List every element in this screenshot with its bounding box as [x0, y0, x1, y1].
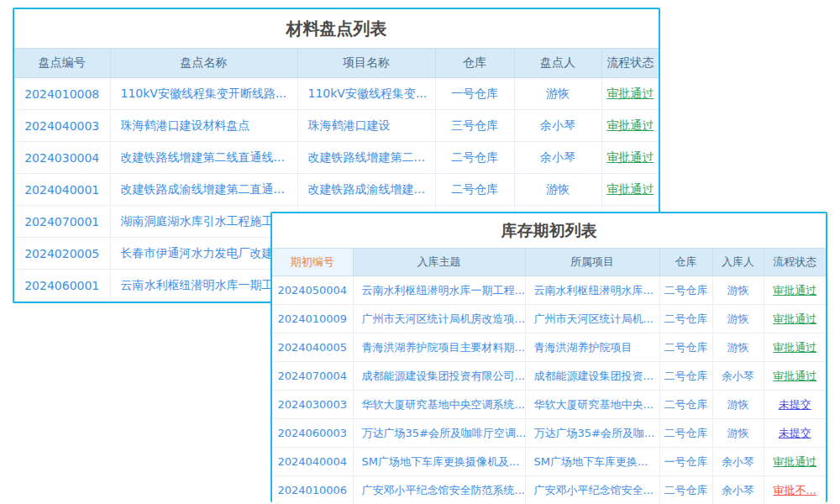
- id-cell[interactable]: 2024030004: [14, 142, 110, 174]
- table-row[interactable]: 2024030004改建铁路线增建第二线直通线...改建铁路线增建第二...二号…: [14, 142, 659, 174]
- status-cell[interactable]: 审批通过: [601, 110, 659, 142]
- table-row[interactable]: 2024010008110kV安徽线程集变开断线路...110kV安徽线程集变.…: [14, 78, 659, 110]
- initial-stock-table-head: 期初编号入库主题所属项目仓库入库人流程状态: [272, 249, 826, 276]
- status-cell[interactable]: 审批通过: [601, 174, 659, 206]
- name-cell: 华软大厦研究基地中央空调系统...: [353, 391, 525, 419]
- material-inventory-table-head: 盘点编号盘点名称项目名称仓库盘点人流程状态: [14, 49, 659, 78]
- warehouse-cell: 二号仓库: [659, 305, 712, 333]
- id-cell[interactable]: 2024070001: [14, 206, 110, 238]
- name-cell: 广安邓小平纪念馆安全防范系统...: [353, 476, 525, 504]
- column-header-1[interactable]: 入库主题: [353, 249, 525, 276]
- status-cell[interactable]: 审批通过: [601, 142, 659, 174]
- name-cell: 改建铁路成渝线增建第二直通...: [110, 174, 297, 206]
- warehouse-cell: 一号仓库: [435, 78, 514, 110]
- id-cell[interactable]: 2024040004: [272, 448, 353, 476]
- column-header-4[interactable]: 入库人: [712, 249, 764, 276]
- initial-stock-table: 期初编号入库主题所属项目仓库入库人流程状态 2024050004云南水利枢纽潜明…: [272, 248, 826, 504]
- status-cell[interactable]: 未提交: [764, 391, 826, 419]
- id-cell[interactable]: 2024010009: [272, 305, 353, 333]
- warehouse-cell: 二号仓库: [659, 333, 712, 362]
- person-cell: 余小琴: [712, 448, 764, 476]
- id-cell[interactable]: 2024060001: [14, 270, 110, 302]
- person-cell: 游恢: [514, 78, 601, 110]
- warehouse-cell: 二号仓库: [435, 142, 514, 174]
- id-cell[interactable]: 2024050004: [272, 276, 353, 305]
- table-row[interactable]: 2024030003华软大厦研究基地中央空调系统...华软大厦研究基地中央...…: [272, 391, 826, 419]
- project-cell: 华软大厦研究基地中央...: [525, 391, 659, 419]
- name-cell: 万达广场35#会所及咖啡厅空调...: [353, 419, 525, 448]
- project-cell: 成都能源建设集团投资...: [525, 362, 659, 391]
- person-cell: 游恢: [514, 174, 601, 206]
- name-cell: 青海洪湖养护院项目主要材料期...: [353, 333, 525, 362]
- status-cell[interactable]: 审批通过: [764, 333, 826, 362]
- column-header-0[interactable]: 盘点编号: [14, 49, 110, 78]
- table-row[interactable]: 2024050004云南水利枢纽潜明水库一期工程...云南水利枢纽潜明水库...…: [272, 276, 826, 305]
- person-cell: 余小琴: [712, 476, 764, 504]
- id-cell[interactable]: 2024040005: [272, 333, 353, 362]
- header-row: 期初编号入库主题所属项目仓库入库人流程状态: [272, 249, 826, 276]
- table-row[interactable]: 2024040004SM广场地下车库更换摄像机及...SM广场地下车库更换...…: [272, 448, 826, 476]
- id-cell[interactable]: 2024010006: [272, 476, 353, 504]
- person-cell: 游恢: [712, 333, 764, 362]
- initial-stock-window: 库存期初列表 期初编号入库主题所属项目仓库入库人流程状态 2024050004云…: [270, 212, 827, 502]
- person-cell: 游恢: [712, 276, 764, 305]
- project-cell: 珠海鹤港口建设: [297, 110, 435, 142]
- project-cell: 万达广场35#会所及咖...: [525, 419, 659, 448]
- column-header-3[interactable]: 仓库: [435, 49, 514, 78]
- project-cell: 改建铁路成渝线增建...: [297, 174, 435, 206]
- initial-stock-title: 库存期初列表: [272, 213, 826, 248]
- name-cell: 湖南洞庭湖水库引水工程施工...: [110, 206, 297, 238]
- person-cell: 余小琴: [514, 142, 601, 174]
- name-cell: 广州市天河区统计局机房改造项...: [353, 305, 525, 333]
- person-cell: 余小琴: [514, 110, 601, 142]
- status-cell[interactable]: 未提交: [764, 419, 826, 448]
- id-cell[interactable]: 2024010008: [14, 78, 110, 110]
- column-header-2[interactable]: 项目名称: [297, 49, 435, 78]
- warehouse-cell: 一号仓库: [659, 448, 712, 476]
- table-row[interactable]: 2024010009广州市天河区统计局机房改造项...广州市天河区统计局机...…: [272, 305, 826, 333]
- name-cell: 改建铁路线增建第二线直通线...: [110, 142, 297, 174]
- status-cell[interactable]: 审批通过: [764, 305, 826, 333]
- name-cell: 珠海鹤港口建设材料盘点: [110, 110, 297, 142]
- status-cell[interactable]: 审批通过: [601, 78, 659, 110]
- warehouse-cell: 二号仓库: [659, 391, 712, 419]
- column-header-5[interactable]: 流程状态: [764, 249, 826, 276]
- table-row[interactable]: 2024040001改建铁路成渝线增建第二直通...改建铁路成渝线增建...二号…: [14, 174, 659, 206]
- column-header-2[interactable]: 所属项目: [525, 249, 659, 276]
- name-cell: 长春市伊通河水力发电厂改建...: [110, 238, 297, 270]
- person-cell: 余小琴: [712, 362, 764, 391]
- table-row[interactable]: 2024040003珠海鹤港口建设材料盘点珠海鹤港口建设三号仓库余小琴审批通过: [14, 110, 659, 142]
- warehouse-cell: 二号仓库: [659, 476, 712, 504]
- column-header-1[interactable]: 盘点名称: [110, 49, 297, 78]
- project-cell: 云南水利枢纽潜明水库...: [525, 276, 659, 305]
- status-cell[interactable]: 审批通过: [764, 276, 826, 305]
- id-cell[interactable]: 2024030003: [272, 391, 353, 419]
- column-header-4[interactable]: 盘点人: [514, 49, 601, 78]
- column-header-5[interactable]: 流程状态: [601, 49, 659, 78]
- name-cell: SM广场地下车库更换摄像机及...: [353, 448, 525, 476]
- status-cell[interactable]: 审批不...: [764, 476, 826, 504]
- id-cell[interactable]: 2024040001: [14, 174, 110, 206]
- person-cell: 游恢: [712, 391, 764, 419]
- project-cell: 110kV安徽线程集变...: [297, 78, 435, 110]
- column-header-3[interactable]: 仓库: [659, 249, 712, 276]
- table-row[interactable]: 2024070004成都能源建设集团投资有限公司...成都能源建设集团投资...…: [272, 362, 826, 391]
- project-cell: 广州市天河区统计局机...: [525, 305, 659, 333]
- warehouse-cell: 二号仓库: [435, 174, 514, 206]
- person-cell: 游恢: [712, 305, 764, 333]
- material-inventory-title: 材料盘点列表: [14, 9, 659, 48]
- id-cell[interactable]: 2024070004: [272, 362, 353, 391]
- id-cell[interactable]: 2024060003: [272, 419, 353, 448]
- status-cell[interactable]: 审批通过: [764, 448, 826, 476]
- table-row[interactable]: 2024060003万达广场35#会所及咖啡厅空调...万达广场35#会所及咖.…: [272, 419, 826, 448]
- status-cell[interactable]: 审批通过: [764, 362, 826, 391]
- table-row[interactable]: 2024040005青海洪湖养护院项目主要材料期...青海洪湖养护院项目二号仓库…: [272, 333, 826, 362]
- id-cell[interactable]: 2024040003: [14, 110, 110, 142]
- column-header-0[interactable]: 期初编号: [272, 249, 353, 276]
- header-row: 盘点编号盘点名称项目名称仓库盘点人流程状态: [14, 49, 659, 78]
- project-cell: SM广场地下车库更换...: [525, 448, 659, 476]
- name-cell: 成都能源建设集团投资有限公司...: [353, 362, 525, 391]
- warehouse-cell: 三号仓库: [435, 110, 514, 142]
- id-cell[interactable]: 2024020005: [14, 238, 110, 270]
- table-row[interactable]: 2024010006广安邓小平纪念馆安全防范系统...广安邓小平纪念馆安全...…: [272, 476, 826, 504]
